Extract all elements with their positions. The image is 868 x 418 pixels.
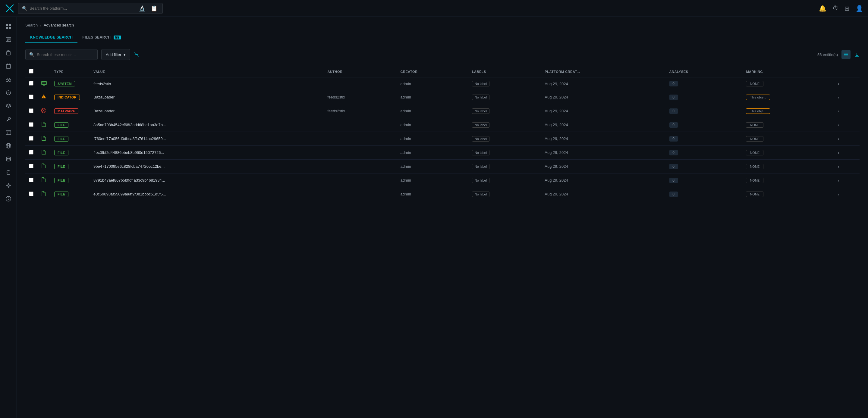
row-type-badge[interactable]: FILE <box>51 160 90 173</box>
row-checkbox[interactable] <box>29 164 33 168</box>
row-type-badge[interactable]: FILE <box>51 132 90 146</box>
row-arrow-cell[interactable]: › <box>834 77 860 90</box>
row-checkbox[interactable] <box>29 150 33 155</box>
sidebar-item-activity[interactable] <box>2 87 14 99</box>
row-value[interactable]: BazaLoader <box>90 90 324 104</box>
row-type-badge[interactable]: INDICATOR <box>51 90 90 104</box>
microscope-icon[interactable]: 🔬 <box>137 4 147 13</box>
sidebar-item-dashboard[interactable] <box>2 21 14 33</box>
row-arrow-icon[interactable]: › <box>838 164 839 169</box>
row-marking[interactable]: NONE <box>742 160 834 173</box>
search-results-input[interactable] <box>37 53 94 57</box>
header-platform-created[interactable]: PLATFORM CREAT... <box>541 66 665 77</box>
row-checkbox-cell <box>25 118 37 132</box>
row-type-badge[interactable]: FILE <box>51 146 90 160</box>
row-arrow-icon[interactable]: › <box>838 109 839 114</box>
row-value[interactable]: 8791b47aef867b5bffdf a33c9b4681934... <box>90 173 324 187</box>
row-arrow-cell[interactable]: › <box>834 104 860 118</box>
row-arrow-cell[interactable]: › <box>834 90 860 104</box>
search-results-input-container[interactable]: 🔍 <box>25 49 98 60</box>
app-logo[interactable] <box>5 4 14 13</box>
no-filter-icon[interactable] <box>134 52 140 58</box>
sidebar-item-alerts[interactable] <box>2 34 14 46</box>
sidebar-item-trash[interactable] <box>2 166 14 178</box>
row-marking[interactable]: This obje... <box>742 90 834 104</box>
row-value[interactable]: BazaLoader <box>90 104 324 118</box>
add-filter-button[interactable]: Add filter ▾ <box>101 49 130 60</box>
sidebar-item-binoculars[interactable] <box>2 73 14 86</box>
row-arrow-icon[interactable]: › <box>838 150 839 155</box>
header-analyses[interactable]: ANALYSES <box>666 66 743 77</box>
row-marking[interactable]: NONE <box>742 173 834 187</box>
breadcrumb-parent[interactable]: Search <box>25 23 38 27</box>
row-type-badge[interactable]: MALWARE <box>51 104 90 118</box>
sidebar-item-info[interactable] <box>2 193 14 205</box>
row-checkbox[interactable] <box>29 122 33 127</box>
header-author[interactable]: AUTHOR <box>324 66 397 77</box>
row-marking[interactable]: This obje... <box>742 104 834 118</box>
sidebar-item-incidents[interactable] <box>2 60 14 72</box>
header-creator[interactable]: CREATOR <box>397 66 468 77</box>
header-marking[interactable]: MARKING <box>742 66 834 77</box>
row-value[interactable]: 8a5ad798b4542cf68f3add68bc1aa3e7b... <box>90 118 324 132</box>
sidebar-item-tools[interactable] <box>2 113 14 125</box>
row-marking[interactable]: NONE <box>742 187 834 201</box>
row-value[interactable]: f760eef17a056d0dbca8ffa7614ac29659... <box>90 132 324 146</box>
row-arrow-icon[interactable]: › <box>838 95 839 100</box>
sidebar-item-database[interactable] <box>2 153 14 165</box>
row-type-badge[interactable]: FILE <box>51 187 90 201</box>
row-arrow-cell[interactable]: › <box>834 132 860 146</box>
svg-rect-0 <box>6 24 8 26</box>
notifications-icon[interactable]: 🔔 <box>819 5 827 12</box>
row-arrow-icon[interactable]: › <box>838 123 839 127</box>
header-value[interactable]: VALUE <box>90 66 324 77</box>
sidebar-item-table[interactable] <box>2 127 14 138</box>
row-creator: admin <box>397 146 468 160</box>
global-search-bar[interactable]: 🔍 🔬 📋 <box>18 3 163 14</box>
row-type-badge[interactable]: FILE <box>51 118 90 132</box>
download-button[interactable] <box>854 52 860 57</box>
apps-grid-icon[interactable]: ⊞ <box>844 5 849 12</box>
row-arrow-cell[interactable]: › <box>834 160 860 173</box>
select-all-checkbox[interactable] <box>29 69 33 73</box>
header-labels[interactable]: LABELS <box>468 66 541 77</box>
sidebar-item-layers[interactable] <box>2 100 14 112</box>
row-value[interactable]: e3c59893af55099aaaf2f0b1bbbc51d5f5... <box>90 187 324 201</box>
tab-knowledge-search[interactable]: KNOWLEDGE SEARCH <box>25 32 78 43</box>
row-arrow-cell[interactable]: › <box>834 146 860 160</box>
row-checkbox[interactable] <box>29 178 33 182</box>
row-type-badge[interactable]: SYSTEM <box>51 77 90 90</box>
row-arrow-icon[interactable]: › <box>838 81 839 86</box>
row-marking[interactable]: NONE <box>742 146 834 160</box>
list-view-button[interactable] <box>841 50 850 59</box>
row-arrow-cell[interactable]: › <box>834 187 860 201</box>
clipboard-search-icon[interactable]: 📋 <box>149 4 159 13</box>
row-arrow-cell[interactable]: › <box>834 118 860 132</box>
row-checkbox[interactable] <box>29 192 33 196</box>
row-value[interactable]: 4ec0fbf2d44886ebeb8b960d15072726... <box>90 146 324 160</box>
tab-files-search[interactable]: FILES SEARCH EE <box>78 32 126 43</box>
row-checkbox[interactable] <box>29 81 33 86</box>
row-checkbox[interactable] <box>29 95 33 99</box>
row-marking[interactable]: NONE <box>742 77 834 90</box>
row-value[interactable]: 9be47170095e6c828fcba747205c12be... <box>90 160 324 173</box>
clock-icon[interactable]: ⏱ <box>832 5 838 12</box>
sidebar-item-cases[interactable] <box>2 47 14 59</box>
row-marking[interactable]: NONE <box>742 118 834 132</box>
row-marking[interactable]: NONE <box>742 132 834 146</box>
row-checkbox[interactable] <box>29 136 33 141</box>
row-arrow-icon[interactable]: › <box>838 192 839 197</box>
row-arrow-icon[interactable]: › <box>838 136 839 141</box>
global-search-input[interactable] <box>30 6 135 10</box>
user-avatar-icon[interactable]: 👤 <box>856 5 863 12</box>
header-type[interactable]: TYPE <box>51 66 90 77</box>
row-value[interactable]: feeds2stix <box>90 77 324 90</box>
row-labels: No label <box>468 104 541 118</box>
row-checkbox[interactable] <box>29 108 33 113</box>
sidebar-item-settings[interactable] <box>2 180 14 192</box>
table-row: FILE f760eef17a056d0dbca8ffa7614ac29659.… <box>25 132 860 146</box>
row-type-badge[interactable]: FILE <box>51 173 90 187</box>
row-arrow-cell[interactable]: › <box>834 173 860 187</box>
sidebar-item-globe[interactable] <box>2 140 14 152</box>
row-arrow-icon[interactable]: › <box>838 178 839 183</box>
